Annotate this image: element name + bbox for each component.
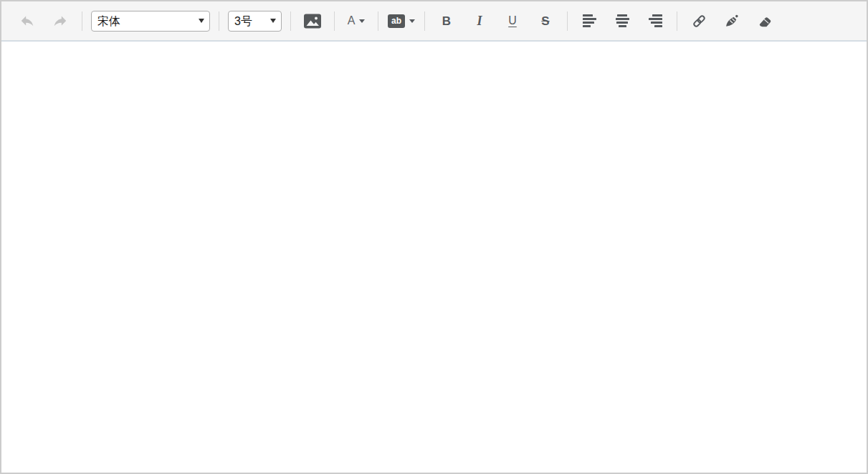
strikethrough-button[interactable]: S bbox=[533, 9, 558, 33]
brush-icon bbox=[724, 13, 740, 29]
strikethrough-label: S bbox=[541, 15, 549, 27]
editor-toolbar: 宋体 3号 A bbox=[1, 1, 867, 42]
highlight-icon: ab bbox=[388, 14, 405, 28]
toolbar-separator bbox=[378, 11, 378, 31]
clear-format-button[interactable] bbox=[753, 9, 777, 33]
bold-button[interactable]: B bbox=[434, 9, 459, 33]
toolbar-separator bbox=[567, 11, 568, 31]
underline-label: U bbox=[508, 15, 517, 27]
caret-down-icon bbox=[409, 19, 415, 23]
image-icon bbox=[303, 13, 322, 29]
link-icon bbox=[692, 14, 707, 29]
rich-text-editor: 宋体 3号 A bbox=[0, 0, 868, 474]
editor-content[interactable] bbox=[1, 42, 867, 473]
font-color-label: A bbox=[348, 15, 356, 27]
eraser-icon bbox=[757, 13, 773, 29]
insert-image-button[interactable] bbox=[300, 9, 325, 33]
underline-button[interactable]: U bbox=[500, 9, 525, 33]
toolbar-separator bbox=[290, 11, 291, 31]
format-brush-button[interactable] bbox=[720, 9, 744, 33]
toolbar-separator bbox=[219, 11, 219, 31]
toolbar-separator bbox=[424, 11, 425, 31]
align-left-button[interactable] bbox=[577, 9, 601, 33]
font-size-select[interactable]: 3号 bbox=[228, 11, 282, 32]
italic-label: I bbox=[477, 14, 482, 27]
align-right-button[interactable] bbox=[643, 9, 667, 33]
highlight-color-button[interactable]: ab bbox=[388, 9, 415, 33]
font-color-button[interactable]: A bbox=[344, 9, 368, 33]
align-left-icon bbox=[583, 14, 596, 27]
bold-label: B bbox=[442, 15, 451, 27]
toolbar-separator bbox=[677, 11, 677, 31]
caret-down-icon bbox=[359, 19, 365, 23]
redo-icon bbox=[52, 13, 68, 29]
redo-button[interactable] bbox=[48, 9, 72, 33]
insert-link-button[interactable] bbox=[687, 9, 711, 33]
align-right-icon bbox=[649, 14, 662, 27]
toolbar-separator bbox=[334, 11, 335, 31]
italic-button[interactable]: I bbox=[467, 9, 492, 33]
toolbar-separator bbox=[82, 11, 82, 31]
align-center-icon bbox=[616, 14, 629, 27]
font-family-select[interactable]: 宋体 bbox=[91, 11, 210, 32]
undo-button[interactable] bbox=[15, 9, 39, 33]
align-center-button[interactable] bbox=[610, 9, 634, 33]
undo-icon bbox=[19, 13, 35, 29]
